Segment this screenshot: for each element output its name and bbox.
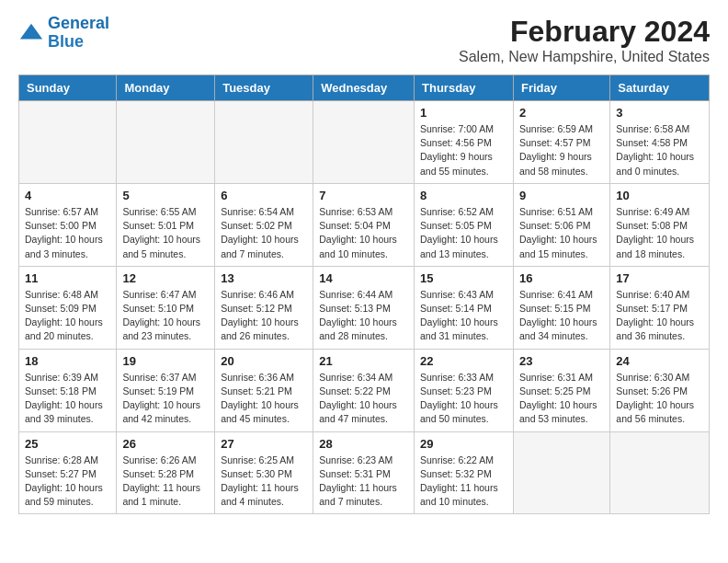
day-number: 9	[519, 189, 604, 202]
table-row: 10Sunrise: 6:49 AMSunset: 5:08 PMDayligh…	[610, 183, 710, 266]
table-row: 27Sunrise: 6:25 AMSunset: 5:30 PMDayligh…	[215, 431, 313, 514]
day-number: 15	[420, 271, 507, 285]
day-number: 18	[25, 354, 110, 368]
table-row: 13Sunrise: 6:46 AMSunset: 5:12 PMDayligh…	[215, 266, 313, 349]
day-number: 29	[420, 437, 507, 451]
day-info: Sunrise: 6:59 AMSunset: 4:57 PMDaylight:…	[519, 122, 604, 178]
table-row: 6Sunrise: 6:54 AMSunset: 5:02 PMDaylight…	[215, 183, 313, 266]
day-info: Sunrise: 6:34 AMSunset: 5:22 PMDaylight:…	[319, 371, 408, 427]
day-number: 22	[420, 354, 507, 368]
day-number: 24	[616, 354, 703, 368]
day-number: 13	[221, 271, 307, 285]
table-row	[19, 101, 117, 184]
day-info: Sunrise: 6:44 AMSunset: 5:13 PMDaylight:…	[319, 288, 408, 344]
table-row: 16Sunrise: 6:41 AMSunset: 5:15 PMDayligh…	[513, 266, 609, 349]
day-number: 28	[319, 437, 408, 451]
table-row: 11Sunrise: 6:48 AMSunset: 5:09 PMDayligh…	[19, 266, 117, 349]
table-row	[117, 101, 215, 184]
day-info: Sunrise: 6:58 AMSunset: 4:58 PMDaylight:…	[616, 122, 703, 178]
calendar-week-row: 1Sunrise: 7:00 AMSunset: 4:56 PMDaylight…	[19, 101, 710, 184]
table-row: 21Sunrise: 6:34 AMSunset: 5:22 PMDayligh…	[313, 349, 415, 431]
table-row: 12Sunrise: 6:47 AMSunset: 5:10 PMDayligh…	[117, 266, 215, 349]
table-row: 22Sunrise: 6:33 AMSunset: 5:23 PMDayligh…	[415, 349, 514, 431]
day-info: Sunrise: 6:46 AMSunset: 5:12 PMDaylight:…	[221, 288, 307, 344]
day-info: Sunrise: 6:53 AMSunset: 5:04 PMDaylight:…	[319, 205, 408, 261]
day-info: Sunrise: 6:39 AMSunset: 5:18 PMDaylight:…	[25, 371, 110, 427]
title-area: February 2024 Salem, New Hampshire, Unit…	[459, 15, 710, 65]
col-header-friday: Friday	[513, 75, 609, 101]
calendar-week-row: 25Sunrise: 6:28 AMSunset: 5:27 PMDayligh…	[19, 431, 710, 514]
day-info: Sunrise: 6:49 AMSunset: 5:08 PMDaylight:…	[616, 205, 703, 261]
table-row: 18Sunrise: 6:39 AMSunset: 5:18 PMDayligh…	[19, 349, 117, 431]
day-number: 17	[616, 271, 703, 285]
day-info: Sunrise: 6:48 AMSunset: 5:09 PMDaylight:…	[25, 288, 110, 344]
day-info: Sunrise: 6:52 AMSunset: 5:05 PMDaylight:…	[420, 205, 507, 261]
day-info: Sunrise: 6:23 AMSunset: 5:31 PMDaylight:…	[319, 454, 408, 510]
day-number: 21	[319, 354, 408, 368]
day-info: Sunrise: 6:26 AMSunset: 5:28 PMDaylight:…	[122, 454, 209, 510]
day-number: 8	[420, 189, 507, 202]
day-number: 27	[221, 437, 307, 451]
day-number: 3	[616, 106, 703, 120]
day-number: 11	[25, 271, 110, 285]
col-header-thursday: Thursday	[415, 75, 514, 101]
table-row: 3Sunrise: 6:58 AMSunset: 4:58 PMDaylight…	[610, 101, 710, 184]
table-row: 20Sunrise: 6:36 AMSunset: 5:21 PMDayligh…	[215, 349, 313, 431]
day-info: Sunrise: 6:36 AMSunset: 5:21 PMDaylight:…	[221, 371, 307, 427]
svg-marker-0	[20, 24, 42, 40]
day-number: 7	[319, 189, 408, 202]
day-info: Sunrise: 6:31 AMSunset: 5:25 PMDaylight:…	[519, 371, 604, 427]
table-row	[610, 431, 710, 514]
day-info: Sunrise: 6:43 AMSunset: 5:14 PMDaylight:…	[420, 288, 507, 344]
day-info: Sunrise: 6:57 AMSunset: 5:00 PMDaylight:…	[25, 205, 110, 261]
logo-line2: Blue	[48, 32, 84, 51]
logo-text: General Blue	[48, 15, 109, 52]
day-info: Sunrise: 6:33 AMSunset: 5:23 PMDaylight:…	[420, 371, 507, 427]
table-row: 23Sunrise: 6:31 AMSunset: 5:25 PMDayligh…	[513, 349, 609, 431]
col-header-wednesday: Wednesday	[313, 75, 415, 101]
calendar-week-row: 4Sunrise: 6:57 AMSunset: 5:00 PMDaylight…	[19, 183, 710, 266]
table-row: 7Sunrise: 6:53 AMSunset: 5:04 PMDaylight…	[313, 183, 415, 266]
table-row: 19Sunrise: 6:37 AMSunset: 5:19 PMDayligh…	[117, 349, 215, 431]
day-info: Sunrise: 6:30 AMSunset: 5:26 PMDaylight:…	[616, 371, 703, 427]
table-row: 17Sunrise: 6:40 AMSunset: 5:17 PMDayligh…	[610, 266, 710, 349]
table-row: 26Sunrise: 6:26 AMSunset: 5:28 PMDayligh…	[117, 431, 215, 514]
day-number: 19	[122, 354, 209, 368]
calendar-table: SundayMondayTuesdayWednesdayThursdayFrid…	[18, 75, 710, 514]
table-row: 5Sunrise: 6:55 AMSunset: 5:01 PMDaylight…	[117, 183, 215, 266]
col-header-sunday: Sunday	[19, 75, 117, 101]
day-number: 2	[519, 106, 604, 120]
table-row: 1Sunrise: 7:00 AMSunset: 4:56 PMDaylight…	[415, 101, 514, 184]
logo: General Blue	[18, 15, 109, 52]
table-row: 4Sunrise: 6:57 AMSunset: 5:00 PMDaylight…	[19, 183, 117, 266]
table-row: 15Sunrise: 6:43 AMSunset: 5:14 PMDayligh…	[415, 266, 514, 349]
day-number: 26	[122, 437, 209, 451]
day-info: Sunrise: 6:51 AMSunset: 5:06 PMDaylight:…	[519, 205, 604, 261]
day-info: Sunrise: 6:40 AMSunset: 5:17 PMDaylight:…	[616, 288, 703, 344]
day-number: 5	[122, 189, 209, 202]
calendar-week-row: 11Sunrise: 6:48 AMSunset: 5:09 PMDayligh…	[19, 266, 710, 349]
table-row: 24Sunrise: 6:30 AMSunset: 5:26 PMDayligh…	[610, 349, 710, 431]
calendar-header-row: SundayMondayTuesdayWednesdayThursdayFrid…	[19, 75, 710, 101]
day-info: Sunrise: 7:00 AMSunset: 4:56 PMDaylight:…	[420, 122, 507, 178]
day-info: Sunrise: 6:55 AMSunset: 5:01 PMDaylight:…	[122, 205, 209, 261]
col-header-tuesday: Tuesday	[215, 75, 313, 101]
day-number: 4	[25, 189, 110, 202]
day-info: Sunrise: 6:47 AMSunset: 5:10 PMDaylight:…	[122, 288, 209, 344]
day-info: Sunrise: 6:25 AMSunset: 5:30 PMDaylight:…	[221, 454, 307, 510]
page-header: General Blue February 2024 Salem, New Ha…	[18, 15, 710, 65]
day-number: 6	[221, 189, 307, 202]
col-header-saturday: Saturday	[610, 75, 710, 101]
table-row: 14Sunrise: 6:44 AMSunset: 5:13 PMDayligh…	[313, 266, 415, 349]
table-row: 28Sunrise: 6:23 AMSunset: 5:31 PMDayligh…	[313, 431, 415, 514]
day-number: 25	[25, 437, 110, 451]
table-row: 9Sunrise: 6:51 AMSunset: 5:06 PMDaylight…	[513, 183, 609, 266]
table-row: 29Sunrise: 6:22 AMSunset: 5:32 PMDayligh…	[415, 431, 514, 514]
col-header-monday: Monday	[117, 75, 215, 101]
day-info: Sunrise: 6:22 AMSunset: 5:32 PMDaylight:…	[420, 454, 507, 510]
day-number: 12	[122, 271, 209, 285]
day-info: Sunrise: 6:54 AMSunset: 5:02 PMDaylight:…	[221, 205, 307, 261]
day-number: 23	[519, 354, 604, 368]
day-number: 20	[221, 354, 307, 368]
day-number: 10	[616, 189, 703, 202]
